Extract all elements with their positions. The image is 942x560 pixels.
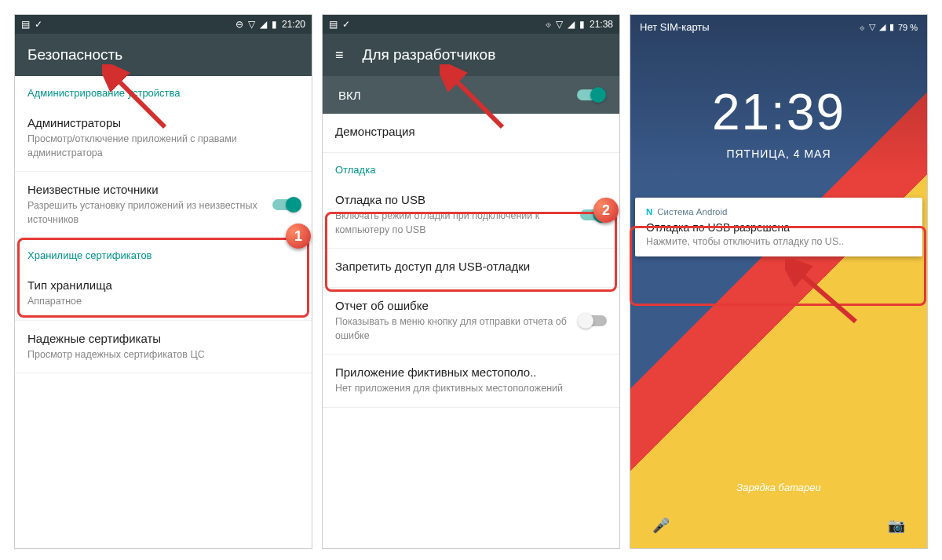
dnd-icon: ⊖ <box>236 19 243 30</box>
item-usb-debug[interactable]: Отладка по USB Включать режим отладки пр… <box>323 182 619 249</box>
statusbar: ▤ ✓ ⊖ ▽ ◢ ▮ 21:20 <box>15 15 312 34</box>
section-device-admin: Администрирование устройства <box>15 76 312 105</box>
section-cert-storage: Хранилище сертификатов <box>15 238 312 267</box>
item-mock-location[interactable]: Приложение фиктивных местополо.. Нет при… <box>323 355 619 408</box>
content: Демонстрация Отладка Отладка по USB Вклю… <box>323 114 619 408</box>
signal-icon: ◢ <box>260 19 267 30</box>
item-title: Неизвестные источники <box>27 183 299 196</box>
item-sub: Просмотр надежных сертификатов ЦС <box>27 348 299 362</box>
item-title: Отладка по USB <box>335 193 607 206</box>
battery-icon: ▮ <box>579 19 585 30</box>
item-trusted-certs[interactable]: Надежные сертификаты Просмотр надежных с… <box>15 321 312 374</box>
battery-pct: 79 % <box>898 23 918 32</box>
badge-1: 1 <box>286 224 311 249</box>
battery-icon: ▮ <box>889 22 894 32</box>
toggle-bug-report[interactable] <box>580 315 607 326</box>
item-sub: Показывать в меню кнопку для отправки от… <box>335 315 607 343</box>
item-sub: Нет приложения для фиктивных местоположе… <box>335 382 607 396</box>
content: Администрирование устройства Администрат… <box>15 76 312 373</box>
item-bug-report[interactable]: Отчет об ошибке Показывать в меню кнопку… <box>323 288 619 355</box>
hamburger-icon[interactable]: ≡ <box>335 47 344 64</box>
badge-2: 2 <box>593 198 619 223</box>
check-icon: ✓ <box>342 19 350 30</box>
item-title: Надежные сертификаты <box>27 332 299 345</box>
header-developer: ≡ Для разработчиков <box>323 34 619 76</box>
voice-icon[interactable]: 🎤 <box>652 517 670 534</box>
notif-sub: Нажмите, чтобы отключить отладку по US.. <box>646 236 911 247</box>
item-unknown-sources[interactable]: Неизвестные источники Разрешить установк… <box>15 172 312 238</box>
item-revoke-usb[interactable]: Запретить доступ для USB-отладки <box>323 249 619 288</box>
item-administrators[interactable]: Администраторы Просмотр/отключение прило… <box>15 105 312 172</box>
signal-icon: ◢ <box>568 19 575 30</box>
charging-status: Зарядка батареи <box>630 482 927 493</box>
wifi-icon: ▽ <box>869 22 875 32</box>
notification-usb-debug[interactable]: N Система Android Отладка по USB разреше… <box>635 198 922 256</box>
dev-options-toggle-row[interactable]: ВКЛ <box>323 76 619 114</box>
item-storage-type[interactable]: Тип хранилища Аппаратное <box>15 267 312 321</box>
item-title: Запретить доступ для USB-отладки <box>335 260 607 273</box>
section-debug: Отладка <box>323 153 619 182</box>
item-sub: Включать режим отладки при подключении к… <box>335 209 607 237</box>
bottom-icons: 🎤 📷 <box>630 517 927 534</box>
picture-icon: ▤ <box>329 19 338 30</box>
vibrate-icon: ⟐ <box>546 19 551 30</box>
item-title: Отчет об ошибке <box>335 299 607 312</box>
header-security: Безопасность <box>15 34 312 76</box>
notif-title: Отладка по USB разрешена <box>646 221 911 234</box>
wifi-icon: ▽ <box>556 19 563 30</box>
vibrate-icon: ⟐ <box>860 23 865 32</box>
toggle-dev-options[interactable] <box>577 89 604 100</box>
battery-icon: ▮ <box>272 19 277 30</box>
item-demo[interactable]: Демонстрация <box>323 114 619 153</box>
header-title: Для разработчиков <box>363 46 496 64</box>
item-sub: Аппаратное <box>27 295 299 309</box>
lock-content: Нет SIM-карты ⟐ ▽ ◢ ▮ 79 % 21:39 ПЯТНИЦА… <box>630 15 927 256</box>
statusbar: ▤ ✓ ⟐ ▽ ◢ ▮ 21:38 <box>323 15 619 34</box>
statusbar-time: 21:38 <box>590 19 613 30</box>
sim-status: Нет SIM-карты <box>640 21 710 33</box>
item-sub: Разрешить установку приложений из неизве… <box>27 199 299 227</box>
item-title: Демонстрация <box>335 125 607 138</box>
item-title: Приложение фиктивных местополо.. <box>335 365 607 379</box>
lockscreen-date: ПЯТНИЦА, 4 МАЯ <box>630 147 927 160</box>
item-sub: Просмотр/отключение приложений с правами… <box>27 133 299 160</box>
statusbar-time: 21:20 <box>282 19 305 30</box>
item-title: Тип хранилища <box>27 278 299 292</box>
android-icon: N <box>646 207 652 216</box>
check-icon: ✓ <box>35 19 42 30</box>
phone-security: ▤ ✓ ⊖ ▽ ◢ ▮ 21:20 Безопасность Администр… <box>14 14 312 549</box>
lockscreen-clock: 21:39 <box>630 83 927 141</box>
wifi-icon: ▽ <box>248 19 255 30</box>
notif-app: N Система Android <box>646 207 911 216</box>
header-title: Безопасность <box>27 46 122 64</box>
toggle-unknown-sources[interactable] <box>272 199 299 210</box>
picture-icon: ▤ <box>21 19 30 30</box>
signal-icon: ◢ <box>879 22 885 32</box>
camera-icon[interactable]: 📷 <box>888 517 905 534</box>
phone-lockscreen: Нет SIM-карты ⟐ ▽ ◢ ▮ 79 % 21:39 ПЯТНИЦА… <box>630 14 928 549</box>
statusbar-lock: Нет SIM-карты ⟐ ▽ ◢ ▮ 79 % <box>630 15 927 39</box>
phone-developer: ▤ ✓ ⟐ ▽ ◢ ▮ 21:38 ≡ Для разработчиков ВК… <box>322 14 620 549</box>
item-title: Администраторы <box>27 116 299 129</box>
toggle-label: ВКЛ <box>338 89 361 102</box>
